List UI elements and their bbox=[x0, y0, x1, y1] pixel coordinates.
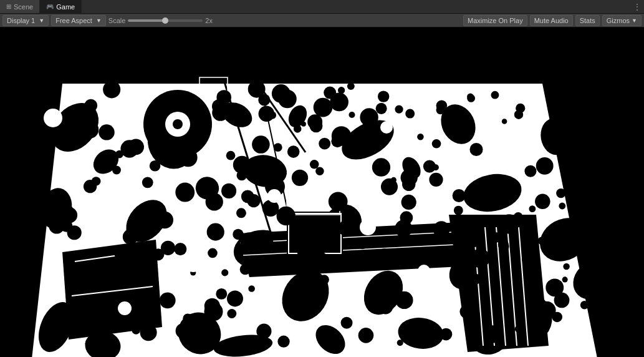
mute-label: Mute Audio bbox=[534, 17, 569, 24]
scale-value: 2x bbox=[205, 17, 213, 24]
stats-label: Stats bbox=[580, 17, 595, 24]
gizmos-button[interactable]: Gizmos ▼ bbox=[602, 15, 642, 26]
scale-container: Scale 2x bbox=[108, 17, 213, 24]
maximize-on-play-button[interactable]: Maximize On Play bbox=[463, 15, 527, 26]
gizmos-label: Gizmos bbox=[607, 17, 630, 24]
gizmos-chevron-icon: ▼ bbox=[632, 17, 637, 24]
scale-slider[interactable] bbox=[128, 19, 203, 22]
mute-audio-button[interactable]: Mute Audio bbox=[530, 15, 573, 26]
scale-label: Scale bbox=[108, 17, 126, 24]
tab-game[interactable]: 🎮 Game bbox=[40, 0, 82, 13]
tab-scene[interactable]: ⊞ Scene bbox=[0, 0, 40, 13]
aspect-chevron-icon: ▼ bbox=[96, 17, 102, 24]
game-toolbar: Display 1 ▼ Free Aspect ▼ Scale 2x Maxim… bbox=[0, 14, 644, 27]
aspect-selector[interactable]: Free Aspect ▼ bbox=[51, 15, 106, 26]
scene-tab-icon: ⊞ bbox=[6, 3, 11, 10]
aspect-label: Free Aspect bbox=[55, 17, 92, 24]
game-viewport bbox=[0, 27, 644, 357]
display-label: Display 1 bbox=[7, 17, 35, 24]
tab-bar: ⊞ Scene 🎮 Game ⋮ bbox=[0, 0, 644, 14]
game-tab-icon: 🎮 bbox=[46, 3, 54, 10]
display-selector[interactable]: Display 1 ▼ bbox=[2, 15, 49, 26]
maximize-label: Maximize On Play bbox=[468, 17, 523, 24]
toolbar-right: Maximize On Play Mute Audio Stats Gizmos… bbox=[463, 15, 642, 26]
game-tab-label: Game bbox=[56, 3, 75, 11]
tab-bar-right: ⋮ bbox=[633, 2, 644, 12]
context-menu-icon[interactable]: ⋮ bbox=[633, 2, 642, 12]
stats-button[interactable]: Stats bbox=[575, 15, 600, 26]
display-chevron-icon: ▼ bbox=[39, 17, 44, 24]
game-canvas bbox=[0, 27, 644, 357]
scene-tab-label: Scene bbox=[14, 3, 33, 11]
